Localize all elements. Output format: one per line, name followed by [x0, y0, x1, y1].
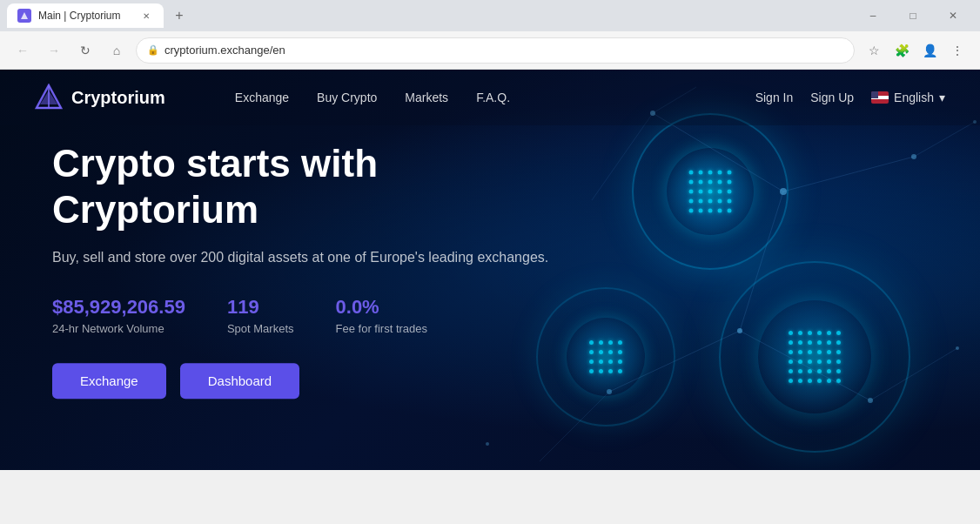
hero-title: Crypto starts with Cryptorium	[52, 141, 557, 233]
svg-line-9	[914, 122, 975, 157]
svg-point-16	[911, 154, 916, 159]
orb-3-dots	[589, 340, 622, 373]
nav-markets[interactable]: Markets	[405, 91, 448, 104]
exchange-button[interactable]: Exchange	[52, 363, 166, 399]
stat-markets-value: 119	[227, 296, 294, 319]
navbar: Cryptorium Exchange Buy Crypto Markets F…	[0, 70, 980, 125]
stat-fee-label: Fee for first trades	[336, 322, 427, 335]
home-button[interactable]: ⌂	[104, 38, 129, 63]
svg-point-18	[956, 346, 959, 350]
stat-markets: 119 Spot Markets	[227, 296, 294, 335]
sign-up-link[interactable]: Sign Up	[810, 91, 854, 104]
nav-buy-crypto[interactable]: Buy Crypto	[317, 91, 377, 104]
nav-links: Exchange Buy Crypto Markets F.A.Q.	[235, 91, 510, 104]
hero-subtitle: Buy, sell and store over 200 digital ass…	[52, 247, 557, 268]
orb-1-dots	[689, 171, 732, 213]
profile-button[interactable]: 👤	[917, 38, 942, 63]
maximize-button[interactable]: □	[893, 0, 933, 31]
address-bar[interactable]: 🔒 cryptorium.exchange/en	[136, 37, 855, 64]
tab-close-button[interactable]: ✕	[139, 9, 153, 23]
back-button[interactable]: ←	[10, 38, 35, 63]
language-selector[interactable]: English ▾	[871, 91, 945, 104]
orb-2-dots	[789, 331, 841, 383]
extensions-button[interactable]: 🧩	[889, 38, 914, 63]
nav-right: Sign In Sign Up English ▾	[755, 91, 945, 104]
dashboard-button[interactable]: Dashboard	[180, 363, 299, 399]
stat-volume-label: 24-hr Network Volume	[52, 322, 185, 335]
forward-button[interactable]: →	[42, 38, 66, 63]
sign-in-link[interactable]: Sign In	[755, 91, 794, 104]
logo-text: Cryptorium	[71, 88, 165, 108]
browser-controls: ← → ↻ ⌂ 🔒 cryptorium.exchange/en ☆ 🧩 👤 ⋮	[0, 31, 980, 70]
svg-line-2	[783, 157, 914, 191]
hero-section: Crypto starts with Cryptorium Buy, sell …	[52, 141, 557, 399]
browser-title-bar: Main | Cryptorium ✕ + – □ ✕	[0, 0, 980, 31]
orb-3	[536, 287, 675, 427]
stat-markets-label: Spot Markets	[227, 322, 294, 335]
reload-button[interactable]: ↻	[73, 38, 97, 63]
chevron-down-icon: ▾	[939, 91, 945, 104]
svg-point-19	[486, 442, 489, 446]
tab-title: Main | Cryptorium	[38, 10, 120, 22]
flag-icon	[871, 91, 889, 104]
orb-1	[632, 113, 789, 270]
stat-fee-value: 0.0%	[336, 296, 427, 319]
stat-volume-value: $85,929,206.59	[52, 296, 185, 319]
bookmark-button[interactable]: ☆	[862, 38, 886, 63]
close-button[interactable]: ✕	[933, 0, 973, 31]
tab-favicon	[17, 9, 31, 23]
logo[interactable]: Cryptorium	[35, 84, 165, 111]
hero-stats: $85,929,206.59 24-hr Network Volume 119 …	[52, 296, 557, 335]
browser-tab[interactable]: Main | Cryptorium ✕	[7, 3, 164, 28]
browser-actions: ☆ 🧩 👤 ⋮	[862, 38, 970, 63]
address-secure-icon: 🔒	[147, 44, 159, 56]
logo-icon	[35, 84, 63, 111]
nav-faq[interactable]: F.A.Q.	[476, 91, 510, 104]
menu-button[interactable]: ⋮	[945, 38, 970, 63]
nav-exchange[interactable]: Exchange	[235, 91, 289, 104]
website-content: Cryptorium Exchange Buy Crypto Markets F…	[0, 70, 980, 470]
url-text: cryptorium.exchange/en	[164, 44, 285, 57]
new-tab-button[interactable]: +	[167, 3, 191, 28]
minimize-button[interactable]: –	[853, 0, 893, 31]
orb-2	[719, 261, 910, 453]
hero-buttons: Exchange Dashboard	[52, 363, 557, 399]
stat-fee: 0.0% Fee for first trades	[336, 296, 427, 335]
stat-volume: $85,929,206.59 24-hr Network Volume	[52, 296, 185, 335]
svg-marker-0	[21, 12, 28, 19]
language-label: English	[894, 91, 934, 104]
